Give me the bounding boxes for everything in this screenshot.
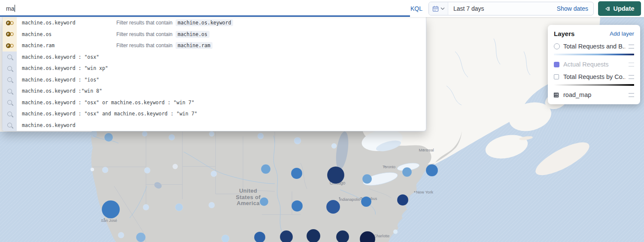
suggestion-row[interactable]: machine.os.keyword : "osx" or machine.os…: [3, 97, 426, 109]
drag-handle-icon[interactable]: [629, 45, 634, 48]
layer-label[interactable]: Actual Requests: [563, 61, 625, 68]
search-icon: [3, 85, 17, 97]
suggestion-row[interactable]: Fmachine.ramFilter results that containm…: [3, 40, 426, 51]
map-bubble[interactable]: [136, 233, 146, 242]
map-bubble[interactable]: [91, 168, 94, 171]
date-picker-quick-menu-button[interactable]: [429, 2, 448, 15]
date-picker[interactable]: Last 7 days Show dates: [428, 2, 594, 15]
map-bubble[interactable]: [142, 131, 147, 136]
suggestion-text: machine.os.keyword : "osx" and machine.o…: [22, 111, 197, 117]
city-dot: [422, 149, 424, 150]
map-bubble[interactable]: [175, 203, 183, 211]
map-bubble[interactable]: [173, 164, 178, 169]
country-label: UnitedStates ofAmerica: [236, 188, 261, 206]
drag-handle-icon[interactable]: [629, 63, 634, 67]
suggestion-text: machine.os.keyword: [22, 122, 76, 128]
map-bubble[interactable]: [144, 167, 150, 173]
map-bubble[interactable]: [362, 174, 372, 184]
suggestion-panel: Fmachine.os.keywordFilter results that c…: [2, 17, 426, 131]
field-icon: F: [3, 40, 17, 51]
city-dot: [103, 218, 105, 219]
suggestion-hint: Filter results that containmachine.os: [116, 31, 210, 38]
map-bubble[interactable]: [327, 166, 344, 184]
city-label: New York: [416, 190, 433, 194]
map-bubble[interactable]: [169, 134, 175, 140]
drag-handle-icon[interactable]: [629, 75, 634, 79]
layer-label[interactable]: road_map: [563, 91, 625, 98]
map-bubble[interactable]: [326, 200, 340, 214]
map-bubble[interactable]: [402, 167, 412, 177]
city-label: Charlotte: [374, 234, 390, 238]
map-bubble[interactable]: [118, 232, 124, 238]
map-bubble[interactable]: [307, 229, 320, 242]
query-top-bar: ma KQL Last 7 day: [0, 0, 644, 17]
suggestion-row[interactable]: machine.os.keyword : "osx": [3, 51, 426, 63]
input-focus-underline: [0, 15, 410, 17]
map-bubble[interactable]: [331, 143, 337, 148]
map-bubble[interactable]: [294, 137, 301, 144]
layer-row[interactable]: Total Requests by Co...: [554, 73, 634, 80]
suggestion-row[interactable]: machine.os.keyword :"win 8": [3, 85, 426, 97]
city-label: San José: [101, 218, 117, 223]
query-language-button[interactable]: KQL: [407, 0, 426, 17]
map-bubble[interactable]: [211, 171, 217, 177]
suggestion-text: machine.ram: [22, 42, 55, 48]
layer-label[interactable]: Total Requests by Co...: [563, 73, 625, 80]
add-layer-button[interactable]: Add layer: [610, 30, 634, 37]
suggestion-hint: Filter results that containmachine.os.ke…: [116, 19, 233, 26]
map-bubble[interactable]: [102, 200, 120, 218]
map-bubble[interactable]: [209, 202, 215, 208]
layers-panel-header: Layers Add layer: [554, 30, 634, 37]
search-input[interactable]: ma KQL: [0, 0, 426, 17]
suggestion-row[interactable]: machine.os.keyword : "ios": [3, 74, 426, 86]
layer-style-gradient: [554, 84, 634, 86]
suggestion-row[interactable]: Fmachine.os.keywordFilter results that c…: [3, 17, 426, 29]
layer-row[interactable]: Actual Requests: [554, 61, 634, 68]
search-input-value: ma: [6, 0, 15, 17]
map-bubble[interactable]: [292, 200, 303, 212]
layer-row[interactable]: road_map: [554, 91, 634, 98]
city-dot: [339, 197, 340, 198]
map-bubble[interactable]: [291, 168, 302, 179]
city-label: Indianapolis: [339, 197, 360, 202]
suggestion-row[interactable]: machine.os.keyword : "win xp": [3, 63, 426, 74]
layers-panel: Layers Add layer Total Requests and B...…: [548, 25, 640, 104]
map-bubble[interactable]: [280, 230, 293, 242]
time-range-value[interactable]: Last 7 days: [448, 5, 484, 12]
layer-label[interactable]: Total Requests and B...: [563, 43, 625, 50]
layers-list: Total Requests and B...Actual RequestsTo…: [554, 43, 634, 98]
suggestion-row[interactable]: machine.os.keyword: [3, 120, 426, 131]
city-label: Toronto: [383, 165, 395, 169]
map-bubble[interactable]: [261, 164, 270, 174]
suggestion-text: machine.os.keyword : "osx": [22, 54, 99, 60]
city-dot: [414, 191, 415, 192]
update-button[interactable]: Update: [598, 1, 641, 16]
field-icon: F: [3, 29, 17, 40]
show-dates-button[interactable]: Show dates: [557, 5, 593, 12]
update-button-label: Update: [613, 5, 634, 12]
map-bubble[interactable]: [258, 133, 264, 139]
suggestion-row[interactable]: Fmachine.osFilter results that containma…: [3, 29, 426, 40]
map-bubble[interactable]: [361, 197, 371, 207]
suggestion-text: machine.os.keyword :"win 8": [22, 88, 102, 94]
suggestion-row[interactable]: machine.os.keyword : "osx" and machine.o…: [3, 108, 426, 120]
map-bubble[interactable]: [393, 230, 398, 234]
map-bubble[interactable]: [260, 197, 268, 206]
search-icon: [3, 120, 17, 131]
suggestion-hint: Filter results that containmachine.ram: [116, 42, 213, 49]
map-bubble[interactable]: [104, 133, 113, 142]
map-bubble[interactable]: [143, 204, 149, 210]
country-label-line: States of: [236, 194, 261, 200]
drag-handle-icon[interactable]: [629, 93, 634, 97]
map-bubble[interactable]: [397, 194, 408, 206]
map-bubble[interactable]: [336, 230, 349, 242]
layer-row[interactable]: Total Requests and B...: [554, 43, 634, 50]
map-bubble[interactable]: [222, 235, 229, 242]
suggestion-text: machine.os.keyword: [22, 20, 76, 26]
field-icon: F: [3, 17, 17, 29]
suggestion-text: machine.os: [22, 31, 52, 37]
map-bubble[interactable]: [102, 167, 108, 173]
map-bubble[interactable]: [426, 164, 438, 176]
map-bubble[interactable]: [254, 232, 265, 242]
map-bubble[interactable]: [209, 131, 214, 136]
